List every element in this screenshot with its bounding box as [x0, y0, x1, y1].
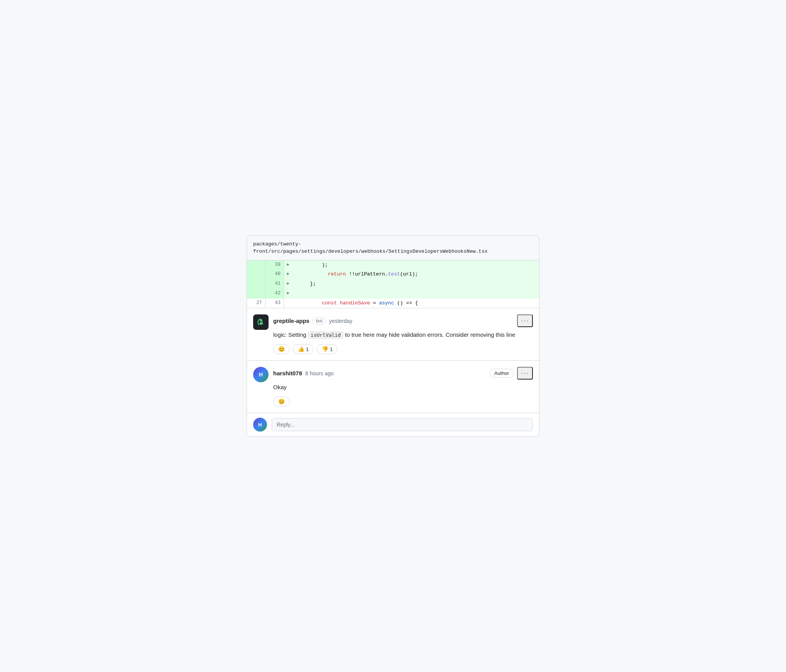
- new-line-num-41: 41: [265, 279, 284, 289]
- keyword-async: async: [379, 300, 394, 306]
- more-options-button-harshit[interactable]: ···: [517, 367, 533, 380]
- comments-area: greptile-apps bot yesterday ··· logic: S…: [247, 308, 539, 436]
- new-line-num-40: 40: [265, 270, 284, 279]
- old-line-num-40: [247, 270, 265, 279]
- diff-content-41: };: [295, 279, 539, 289]
- old-line-num-41: [247, 279, 265, 289]
- comment-harshit078: H harshit078 8 hours ago Author ··· Okay: [247, 361, 539, 413]
- reply-avatar: H: [253, 418, 267, 432]
- reply-area: H Reply...: [247, 413, 539, 436]
- comment-actions-harshit: Author ···: [489, 367, 533, 380]
- keyword-return: return: [328, 271, 346, 277]
- old-line-num-42: [247, 289, 265, 299]
- username-harshit: harshit078: [273, 370, 302, 376]
- reply-input[interactable]: Reply...: [272, 418, 533, 431]
- diff-content-43: const handleSave = async () => {: [295, 299, 539, 308]
- diff-line-41: 41 + };: [247, 279, 539, 289]
- reactions-greptile: 😊 👍 1 👎 1: [273, 344, 533, 354]
- diff-line-39: 39 + );: [247, 260, 539, 270]
- thumbsup-count: 1: [306, 346, 309, 352]
- reaction-smiley-greptile[interactable]: 😊: [273, 344, 290, 354]
- inline-code-isUrlValid: isUrlValid: [308, 331, 343, 339]
- bot-badge: bot: [312, 318, 326, 324]
- diff-sign-41: +: [284, 279, 295, 289]
- diff-line-40: 40 + return !!urlPattern.test(url);: [247, 270, 539, 279]
- code-diff: 39 + ); 40 + return !!urlPattern.test(ur…: [247, 260, 539, 308]
- new-line-num-39: 39: [265, 260, 284, 270]
- old-line-num-39: [247, 260, 265, 270]
- diff-sign-43: [284, 299, 295, 308]
- author-badge: Author: [489, 369, 514, 378]
- diff-sign-42: +: [284, 289, 295, 299]
- keyword-const: const: [322, 300, 337, 306]
- comment-text-harshit: Okay: [273, 383, 533, 392]
- diff-sign-39: +: [284, 260, 295, 270]
- diff-sign-40: +: [284, 270, 295, 279]
- diff-content-39: );: [295, 260, 539, 270]
- username-greptile: greptile-apps: [273, 318, 309, 324]
- timestamp-harshit: 8 hours ago: [305, 370, 334, 376]
- comment-meta-left-harshit: harshit078 8 hours ago: [273, 370, 334, 376]
- new-line-num-42: 42: [265, 289, 284, 299]
- fn-handle-save: handleSave: [340, 300, 370, 306]
- thumbsdown-emoji: 👎: [322, 346, 328, 352]
- comment-text-greptile: logic: Setting isUrlValid to true here m…: [273, 330, 533, 339]
- diff-line-43: 27 43 const handleSave = async () => {: [247, 299, 539, 308]
- comment-header-greptile: greptile-apps bot yesterday ···: [273, 314, 533, 327]
- bot-icon: [256, 317, 266, 327]
- file-path: packages/twenty-front/src/pages/settings…: [247, 236, 539, 260]
- timestamp-greptile: yesterday: [329, 318, 353, 324]
- comment-header-harshit: harshit078 8 hours ago Author ···: [273, 367, 533, 380]
- thumbsup-emoji: 👍: [298, 346, 304, 352]
- reaction-thumbsup-greptile[interactable]: 👍 1: [293, 344, 314, 354]
- reactions-harshit: 😊: [273, 396, 533, 407]
- old-line-num-43: 27: [247, 299, 265, 308]
- diff-content-42: [295, 289, 539, 299]
- avatar-greptile-apps: [253, 314, 269, 330]
- reaction-thumbsdown-greptile[interactable]: 👎 1: [317, 344, 338, 354]
- avatar-harshit078: H: [253, 367, 269, 382]
- reaction-smiley-harshit[interactable]: 😊: [273, 396, 290, 407]
- comment-greptile-apps: greptile-apps bot yesterday ··· logic: S…: [247, 308, 539, 361]
- diff-line-42: 42 +: [247, 289, 539, 299]
- pr-comment-card: packages/twenty-front/src/pages/settings…: [247, 235, 539, 437]
- file-path-text: packages/twenty-front/src/pages/settings…: [253, 241, 488, 255]
- new-line-num-43: 43: [265, 299, 284, 308]
- thumbsdown-count: 1: [330, 346, 333, 352]
- smiley-emoji: 😊: [278, 346, 285, 352]
- comment-meta-left: greptile-apps bot yesterday: [273, 318, 353, 324]
- diff-content-40: return !!urlPattern.test(url);: [295, 270, 539, 279]
- smiley-emoji-harshit: 😊: [278, 398, 285, 405]
- more-options-button-greptile[interactable]: ···: [517, 314, 533, 327]
- fn-test: test: [388, 271, 400, 277]
